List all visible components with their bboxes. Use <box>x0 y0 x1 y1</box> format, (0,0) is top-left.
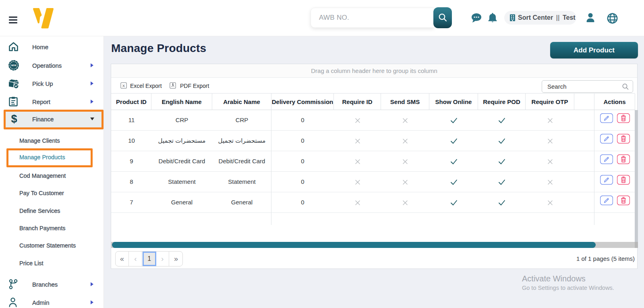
svg-text:X: X <box>122 83 125 88</box>
svg-text:$: $ <box>11 113 17 125</box>
svg-text:NEW: NEW <box>11 64 17 67</box>
